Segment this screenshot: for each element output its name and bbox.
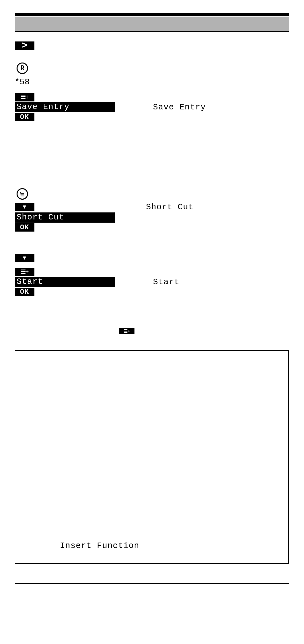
svg-rect-1 — [21, 193, 24, 194]
down-button[interactable]: ▼ — [15, 254, 34, 262]
redial-icon: R — [17, 63, 28, 74]
short-cut-label: Short Cut — [146, 202, 193, 212]
list-plus-icon-small: ☰+ — [119, 328, 134, 334]
menu-icon — [17, 188, 28, 200]
grey-header-bar — [15, 17, 289, 31]
ok-button[interactable]: OK — [15, 288, 34, 296]
rule-thick — [15, 13, 289, 16]
svg-rect-2 — [21, 195, 24, 195]
down-button[interactable]: ▼ — [15, 203, 34, 211]
save-entry-pill[interactable]: Save Entry — [15, 102, 115, 112]
code-text: *58 — [15, 77, 289, 87]
insert-function-label: Insert Function — [60, 541, 139, 551]
arrow-right-button[interactable]: > — [15, 41, 34, 50]
short-cut-pill[interactable]: Short Cut — [15, 212, 115, 223]
list-add-button[interactable]: ☰+ — [15, 93, 34, 101]
save-entry-label: Save Entry — [153, 102, 206, 112]
start-pill[interactable]: Start — [15, 277, 115, 287]
rule-thin — [15, 583, 289, 584]
list-plus-icon: ☰+ — [21, 94, 29, 100]
insert-function-frame: Insert Function — [15, 350, 289, 564]
svg-rect-3 — [21, 196, 24, 196]
ok-button[interactable]: OK — [15, 223, 34, 232]
ok-button[interactable]: OK — [15, 113, 34, 121]
list-plus-icon: ☰+ — [21, 269, 29, 275]
start-label: Start — [153, 277, 179, 287]
list-add-button[interactable]: ☰+ — [15, 268, 34, 276]
